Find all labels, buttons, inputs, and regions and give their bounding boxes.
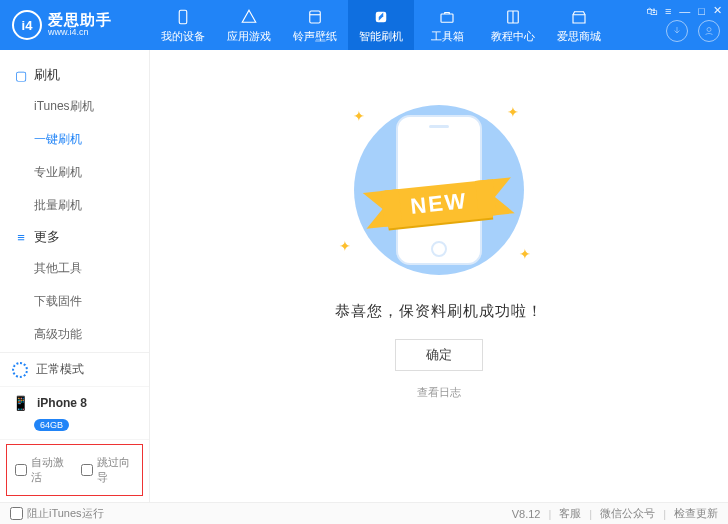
nav-label: 爱思商城: [557, 29, 601, 44]
storage-badge: 64GB: [34, 419, 69, 431]
group-title: 更多: [34, 228, 60, 246]
auto-activate-input[interactable]: [15, 464, 27, 476]
titlebar: i4 爱思助手 www.i4.cn 我的设备 应用游戏 铃声壁纸 智能刷机 工具…: [0, 0, 728, 50]
sidebar-item-oneclick-flash[interactable]: 一键刷机: [0, 123, 149, 156]
logo-icon: i4: [12, 10, 42, 40]
group-title: 刷机: [34, 66, 60, 84]
app-url: www.i4.cn: [48, 28, 112, 38]
block-itunes-input[interactable]: [10, 507, 23, 520]
success-illustration: NEW ✦✦✦✦: [329, 100, 549, 280]
main-panel: NEW ✦✦✦✦ 恭喜您，保资料刷机成功啦！ 确定 查看日志: [150, 50, 728, 502]
nav-flash[interactable]: 智能刷机: [348, 0, 414, 50]
mode-label: 正常模式: [36, 361, 84, 378]
device-icon: [173, 7, 193, 27]
app-logo: i4 爱思助手 www.i4.cn: [0, 10, 150, 40]
nav-label: 工具箱: [431, 29, 464, 44]
svg-rect-4: [441, 14, 453, 22]
nav-label: 智能刷机: [359, 29, 403, 44]
mode-row[interactable]: 正常模式: [0, 353, 149, 387]
menu-icon[interactable]: ≡: [665, 5, 671, 17]
window-controls: 🛍 ≡ — □ ✕: [646, 4, 722, 17]
status-bar: 阻止iTunes运行 V8.12 | 客服 | 微信公众号 | 检查更新: [0, 502, 728, 524]
minimize-button[interactable]: —: [679, 5, 690, 17]
device-row[interactable]: 📱 iPhone 8 64GB: [0, 387, 149, 440]
nav-my-device[interactable]: 我的设备: [150, 0, 216, 50]
close-button[interactable]: ✕: [713, 4, 722, 17]
apps-icon: [239, 7, 259, 27]
user-controls: [666, 20, 720, 42]
nav-apps[interactable]: 应用游戏: [216, 0, 282, 50]
sidebar: ▢ 刷机 iTunes刷机 一键刷机 专业刷机 批量刷机 ≡ 更多 其他工具 下…: [0, 50, 150, 502]
nav-ringtones[interactable]: 铃声壁纸: [282, 0, 348, 50]
nav-tutorials[interactable]: 教程中心: [480, 0, 546, 50]
nav-label: 我的设备: [161, 29, 205, 44]
wechat-link[interactable]: 微信公众号: [600, 506, 655, 521]
nav-label: 教程中心: [491, 29, 535, 44]
device-icon: 📱: [12, 395, 29, 411]
flash-icon: [371, 7, 391, 27]
nav-label: 铃声壁纸: [293, 29, 337, 44]
nav-store[interactable]: 爱思商城: [546, 0, 612, 50]
mode-icon: [12, 362, 28, 378]
sidebar-item-advanced[interactable]: 高级功能: [0, 318, 149, 351]
sidebar-item-download-firmware[interactable]: 下载固件: [0, 285, 149, 318]
checkbox-label: 跳过向导: [97, 455, 135, 485]
check-update-link[interactable]: 检查更新: [674, 506, 718, 521]
svg-rect-0: [179, 10, 187, 24]
options-row: 自动激活 跳过向导: [6, 444, 143, 496]
top-nav: 我的设备 应用游戏 铃声壁纸 智能刷机 工具箱 教程中心 爱思商城: [150, 0, 612, 50]
skip-guide-checkbox[interactable]: 跳过向导: [81, 455, 135, 485]
phone-icon: ▢: [14, 68, 28, 83]
toolbox-icon: [437, 7, 457, 27]
account-button[interactable]: [698, 20, 720, 42]
device-name: iPhone 8: [37, 396, 87, 410]
sidebar-group-flash: ▢ 刷机: [0, 60, 149, 90]
more-icon: ≡: [14, 230, 28, 245]
view-log-link[interactable]: 查看日志: [417, 385, 461, 400]
sidebar-item-pro-flash[interactable]: 专业刷机: [0, 156, 149, 189]
sidebar-item-other-tools[interactable]: 其他工具: [0, 252, 149, 285]
support-link[interactable]: 客服: [559, 506, 581, 521]
block-itunes-checkbox[interactable]: 阻止iTunes运行: [10, 506, 104, 521]
nav-label: 应用游戏: [227, 29, 271, 44]
book-icon: [503, 7, 523, 27]
checkbox-label: 自动激活: [31, 455, 69, 485]
app-name: 爱思助手: [48, 12, 112, 29]
nav-toolbox[interactable]: 工具箱: [414, 0, 480, 50]
skip-guide-input[interactable]: [81, 464, 93, 476]
auto-activate-checkbox[interactable]: 自动激活: [15, 455, 69, 485]
svg-point-7: [707, 28, 711, 32]
store-icon: [569, 7, 589, 27]
version-label: V8.12: [512, 508, 541, 520]
sidebar-item-itunes-flash[interactable]: iTunes刷机: [0, 90, 149, 123]
sidebar-item-batch-flash[interactable]: 批量刷机: [0, 189, 149, 222]
shop-icon[interactable]: 🛍: [646, 5, 657, 17]
success-message: 恭喜您，保资料刷机成功啦！: [335, 302, 543, 321]
sidebar-group-more: ≡ 更多: [0, 222, 149, 252]
music-icon: [305, 7, 325, 27]
svg-rect-1: [310, 11, 321, 23]
checkbox-label: 阻止iTunes运行: [27, 506, 104, 521]
ok-button[interactable]: 确定: [395, 339, 483, 371]
download-button[interactable]: [666, 20, 688, 42]
maximize-button[interactable]: □: [698, 5, 705, 17]
